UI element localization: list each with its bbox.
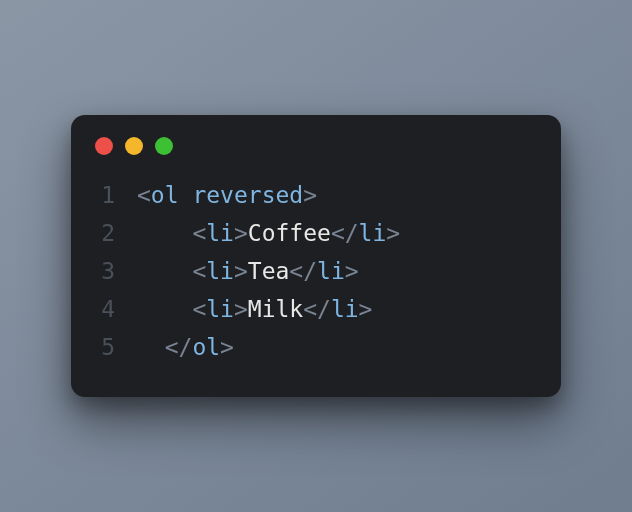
code-punct: < xyxy=(137,177,151,215)
code-punct: > xyxy=(234,215,248,253)
code-text: Coffee xyxy=(248,215,331,253)
code-line: 2 <li>Coffee</li> xyxy=(95,215,537,253)
code-punct: </ xyxy=(289,253,317,291)
close-icon[interactable] xyxy=(95,137,113,155)
minimize-icon[interactable] xyxy=(125,137,143,155)
maximize-icon[interactable] xyxy=(155,137,173,155)
code-indent xyxy=(137,215,192,253)
window-titlebar xyxy=(71,115,561,163)
code-attr: reversed xyxy=(192,177,303,215)
code-tag: ol xyxy=(192,329,220,367)
code-punct: </ xyxy=(165,329,193,367)
code-space xyxy=(179,177,193,215)
code-punct: > xyxy=(220,329,234,367)
code-tag: li xyxy=(317,253,345,291)
code-text: Tea xyxy=(248,253,290,291)
code-tag: ol xyxy=(151,177,179,215)
code-line: 4 <li>Milk</li> xyxy=(95,291,537,329)
code-indent xyxy=(137,253,192,291)
code-punct: > xyxy=(234,291,248,329)
line-number: 4 xyxy=(95,291,137,329)
code-punct: </ xyxy=(331,215,359,253)
line-number: 3 xyxy=(95,253,137,291)
code-line: 1<ol reversed> xyxy=(95,177,537,215)
code-tag: li xyxy=(206,253,234,291)
line-number: 2 xyxy=(95,215,137,253)
code-window: 1<ol reversed> 2 <li>Coffee</li> 3 <li>T… xyxy=(71,115,561,397)
code-tag: li xyxy=(206,215,234,253)
line-number: 5 xyxy=(95,329,137,367)
code-punct: < xyxy=(192,291,206,329)
code-punct: </ xyxy=(303,291,331,329)
code-punct: > xyxy=(303,177,317,215)
code-editor: 1<ol reversed> 2 <li>Coffee</li> 3 <li>T… xyxy=(71,163,561,397)
code-indent xyxy=(137,329,165,367)
line-number: 1 xyxy=(95,177,137,215)
code-punct: > xyxy=(386,215,400,253)
code-tag: li xyxy=(206,291,234,329)
code-text: Milk xyxy=(248,291,303,329)
code-punct: < xyxy=(192,253,206,291)
code-indent xyxy=(137,291,192,329)
code-punct: > xyxy=(345,253,359,291)
code-tag: li xyxy=(359,215,387,253)
code-punct: > xyxy=(359,291,373,329)
code-punct: < xyxy=(192,215,206,253)
code-tag: li xyxy=(331,291,359,329)
code-punct: > xyxy=(234,253,248,291)
code-line: 3 <li>Tea</li> xyxy=(95,253,537,291)
code-line: 5 </ol> xyxy=(95,329,537,367)
